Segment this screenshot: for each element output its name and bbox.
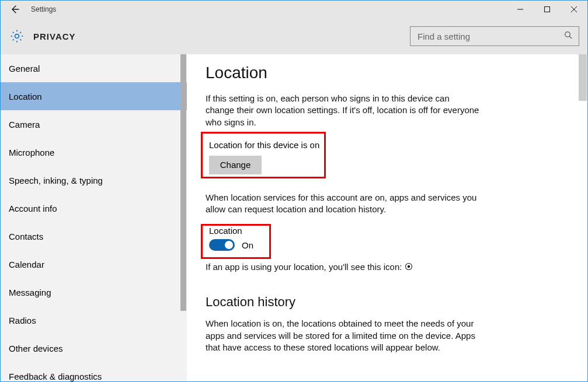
search-input[interactable] xyxy=(416,31,564,42)
sidebar-item-label: Camera xyxy=(9,120,40,129)
close-icon xyxy=(571,6,577,12)
location-history-text: When location is on, the locations obtai… xyxy=(206,318,480,353)
sidebar-item-microphone[interactable]: Microphone xyxy=(1,138,187,166)
sidebar-item-label: Messaging xyxy=(9,288,51,297)
sidebar-item-calendar[interactable]: Calendar xyxy=(1,250,187,278)
sidebar-item-label: Account info xyxy=(9,204,57,213)
maximize-button[interactable] xyxy=(534,1,561,18)
sidebar-item-label: Speech, inking, & typing xyxy=(9,176,103,185)
sidebar-item-label: Radios xyxy=(9,316,36,325)
sidebar-item-speech-inking-typing[interactable]: Speech, inking, & typing xyxy=(1,166,187,194)
sidebar-item-label: General xyxy=(9,64,40,73)
sidebar-item-label: Contacts xyxy=(9,232,43,241)
sidebar-item-label: Feedback & diagnostics xyxy=(9,372,102,381)
window-title: Settings xyxy=(29,5,56,13)
sidebar-item-camera[interactable]: Camera xyxy=(1,110,187,138)
sidebar-item-account-info[interactable]: Account info xyxy=(1,194,187,222)
sidebar-item-general[interactable]: General xyxy=(1,54,187,82)
maximize-icon xyxy=(544,6,550,12)
annotation-callout-device-location xyxy=(201,132,326,178)
settings-gear-icon xyxy=(9,28,25,44)
titlebar: Settings xyxy=(1,1,587,18)
minimize-button[interactable] xyxy=(507,1,534,18)
sidebar-item-other-devices[interactable]: Other devices xyxy=(1,334,187,362)
sidebar-scrollbar[interactable] xyxy=(180,54,186,311)
sidebar-item-label: Calendar xyxy=(9,260,44,269)
location-intro-text: If this setting is on, each person who s… xyxy=(206,93,480,128)
sidebar: General Location Camera Microphone Speec… xyxy=(1,54,187,381)
search-icon xyxy=(564,31,573,41)
svg-point-2 xyxy=(565,32,570,37)
svg-point-1 xyxy=(15,34,19,38)
account-location-text: When location services for this account … xyxy=(206,192,480,216)
arrow-left-icon xyxy=(9,4,20,15)
sidebar-item-label: Microphone xyxy=(9,148,54,157)
section-heading-location-history: Location history xyxy=(206,295,564,310)
location-in-use-icon xyxy=(405,262,413,274)
back-button[interactable] xyxy=(1,1,29,18)
svg-point-4 xyxy=(407,265,409,268)
page-title: PRIVACY xyxy=(33,31,76,41)
app-icon-text: If an app is using your location, you'll… xyxy=(206,262,405,272)
sidebar-item-label: Other devices xyxy=(9,344,63,353)
svg-rect-0 xyxy=(545,7,550,12)
sidebar-item-contacts[interactable]: Contacts xyxy=(1,222,187,250)
search-box[interactable] xyxy=(410,26,579,46)
sidebar-item-location[interactable]: Location xyxy=(1,82,187,110)
close-button[interactable] xyxy=(561,1,587,18)
sidebar-item-feedback-diagnostics[interactable]: Feedback & diagnostics xyxy=(1,362,187,381)
sidebar-item-radios[interactable]: Radios xyxy=(1,306,187,334)
content-area: Location If this setting is on, each per… xyxy=(187,54,587,381)
minimize-icon xyxy=(517,6,523,12)
sidebar-item-messaging[interactable]: Messaging xyxy=(1,278,187,306)
sidebar-item-label: Location xyxy=(9,92,42,101)
app-icon-explainer: If an app is using your location, you'll… xyxy=(206,261,480,274)
header: PRIVACY xyxy=(1,18,587,54)
section-heading-location: Location xyxy=(206,64,564,82)
content-scrollbar[interactable] xyxy=(579,54,587,101)
annotation-callout-location-toggle xyxy=(201,224,271,259)
